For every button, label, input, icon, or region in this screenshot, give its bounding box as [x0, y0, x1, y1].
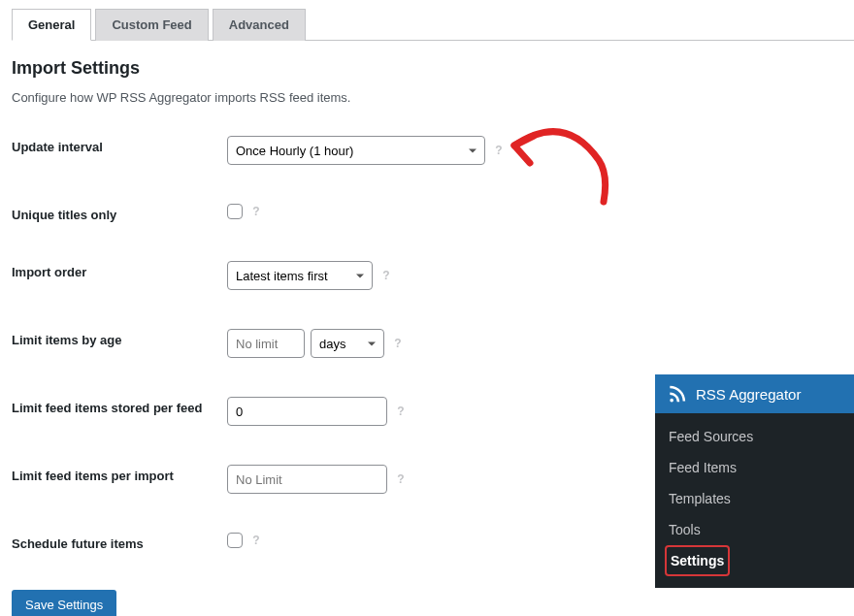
- select-limit-by-age-unit[interactable]: days: [311, 329, 384, 358]
- tab-advanced[interactable]: Advanced: [213, 9, 306, 41]
- admin-sidebar: RSS Aggregator Feed Sources Feed Items T…: [655, 374, 854, 588]
- save-button[interactable]: Save Settings: [12, 590, 116, 616]
- label-update-interval: Update interval: [12, 136, 227, 154]
- label-import-order: Import order: [12, 261, 227, 279]
- help-icon[interactable]: ?: [491, 143, 507, 158]
- sidebar-item-feed-items[interactable]: Feed Items: [655, 452, 854, 483]
- help-icon[interactable]: ?: [393, 471, 409, 487]
- page-title: Import Settings: [12, 58, 842, 79]
- help-icon[interactable]: ?: [393, 404, 409, 419]
- help-icon[interactable]: ?: [390, 336, 406, 351]
- help-icon[interactable]: ?: [248, 533, 264, 548]
- page-description: Configure how WP RSS Aggregator imports …: [12, 90, 842, 105]
- label-limit-per-import: Limit feed items per import: [12, 465, 227, 483]
- checkbox-schedule-future[interactable]: [227, 533, 243, 548]
- row-unique-titles: Unique titles only ?: [12, 204, 842, 222]
- rss-icon: [667, 384, 686, 404]
- sidebar-title: RSS Aggregator: [696, 386, 801, 403]
- help-icon[interactable]: ?: [248, 204, 264, 219]
- sidebar-item-templates[interactable]: Templates: [655, 483, 854, 514]
- row-limit-by-age: Limit items by age days ?: [12, 329, 842, 358]
- sidebar-item-tools[interactable]: Tools: [655, 514, 854, 545]
- tab-custom-feed[interactable]: Custom Feed: [95, 9, 208, 41]
- label-limit-by-age: Limit items by age: [12, 329, 227, 347]
- input-limit-by-age[interactable]: [227, 329, 305, 358]
- select-update-interval[interactable]: Once Hourly (1 hour): [227, 136, 485, 165]
- row-update-interval: Update interval Once Hourly (1 hour) ?: [12, 136, 842, 165]
- tab-general[interactable]: General: [12, 9, 91, 41]
- help-icon[interactable]: ?: [378, 268, 394, 283]
- row-import-order: Import order Latest items first ?: [12, 261, 842, 290]
- sidebar-items: Feed Sources Feed Items Templates Tools …: [655, 413, 854, 588]
- sidebar-item-settings[interactable]: Settings: [665, 545, 730, 576]
- select-import-order[interactable]: Latest items first: [227, 261, 373, 290]
- input-limit-stored[interactable]: [227, 397, 387, 426]
- label-schedule-future: Schedule future items: [12, 533, 227, 551]
- checkbox-unique-titles[interactable]: [227, 204, 243, 219]
- settings-tabs: General Custom Feed Advanced: [12, 8, 854, 41]
- label-unique-titles: Unique titles only: [12, 204, 227, 222]
- label-limit-stored: Limit feed items stored per feed: [12, 397, 227, 415]
- sidebar-header[interactable]: RSS Aggregator: [655, 374, 854, 413]
- sidebar-item-feed-sources[interactable]: Feed Sources: [655, 421, 854, 452]
- input-limit-per-import[interactable]: [227, 465, 387, 494]
